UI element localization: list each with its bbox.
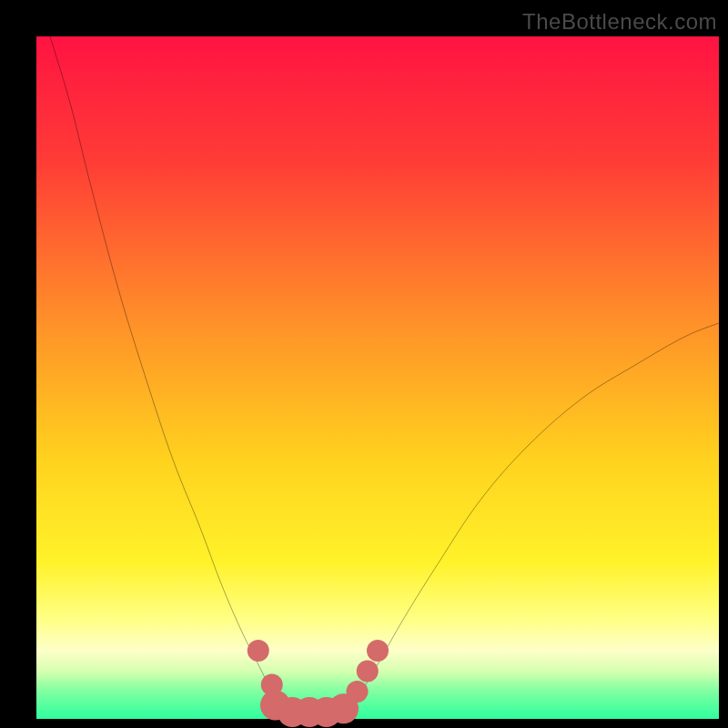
left-curve	[50, 36, 289, 719]
curves-layer	[36, 36, 719, 719]
watermark-label: TheBottleneck.com	[522, 9, 717, 35]
marker-dot	[367, 640, 389, 662]
marker-dot	[248, 640, 269, 662]
marker-group	[248, 640, 389, 727]
marker-dot	[357, 661, 379, 682]
plot-area	[36, 36, 719, 719]
chart-root: TheBottleneck.com	[0, 0, 728, 728]
marker-dot	[347, 681, 369, 703]
right-curve	[344, 323, 720, 719]
